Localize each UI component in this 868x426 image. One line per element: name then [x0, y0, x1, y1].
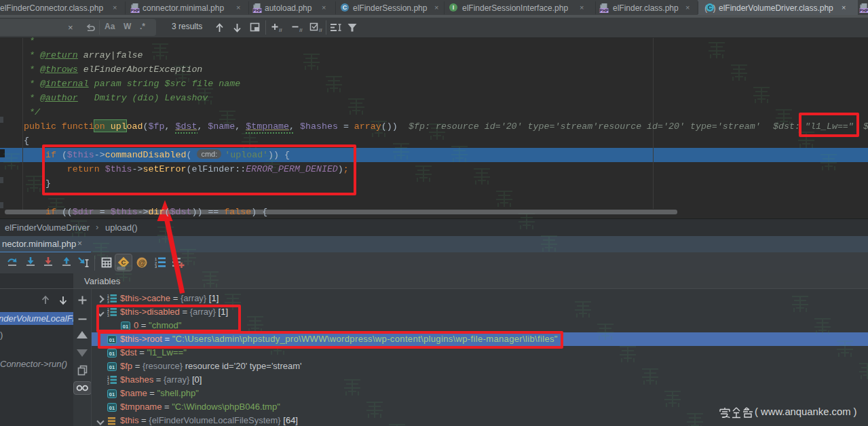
svg-text:01: 01: [109, 337, 115, 343]
svg-text:01: 01: [109, 405, 115, 411]
svg-text:01: 01: [109, 364, 115, 370]
svg-text:PHP: PHP: [130, 8, 140, 13]
svg-text:I: I: [453, 4, 455, 11]
svg-text:): ): [713, 3, 715, 13]
svg-text:01: 01: [109, 351, 115, 357]
svg-text:@: @: [138, 258, 146, 267]
svg-text:3: 3: [155, 265, 157, 269]
svg-text:PHP: PHP: [252, 8, 262, 13]
svg-text:PHP: PHP: [859, 8, 868, 13]
svg-text:01: 01: [123, 324, 128, 330]
svg-text:3: 3: [107, 314, 109, 317]
svg-text:II: II: [299, 27, 303, 33]
svg-text:01: 01: [109, 391, 115, 398]
svg-text:C: C: [708, 4, 713, 11]
svg-text:PHP: PHP: [599, 8, 609, 13]
svg-text:3: 3: [107, 382, 109, 385]
svg-text:II: II: [319, 27, 322, 33]
svg-text:II: II: [279, 27, 282, 33]
svg-text:3: 3: [107, 301, 109, 303]
svg-text:C: C: [121, 258, 126, 266]
svg-text:C: C: [343, 4, 347, 11]
